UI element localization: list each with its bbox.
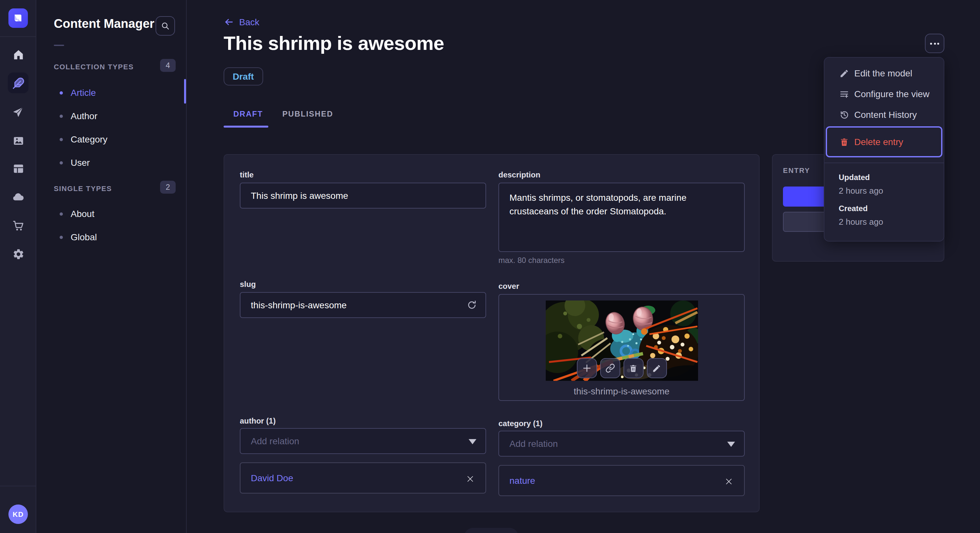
add-media-button[interactable] — [576, 358, 597, 378]
category-relation-item: nature — [498, 465, 745, 496]
history-icon — [839, 109, 849, 120]
sidebar-item-content-type-builder[interactable] — [5, 155, 31, 181]
edit-media-button[interactable] — [646, 358, 667, 378]
gear-icon — [12, 248, 24, 260]
search-icon — [161, 21, 170, 30]
more-actions-button[interactable] — [925, 34, 944, 53]
regenerate-slug-button[interactable] — [465, 298, 478, 311]
category-relation-link[interactable]: nature — [509, 475, 535, 486]
menu-divider — [824, 163, 944, 163]
dots-icon — [930, 43, 932, 44]
subnav-item-label: Author — [71, 111, 97, 121]
menu-item-content-history[interactable]: Content History — [824, 104, 944, 125]
sidebar-item-settings[interactable] — [5, 241, 31, 267]
delete-entry-focus-ring: Delete entry — [826, 126, 942, 157]
feather-icon — [12, 77, 24, 89]
menu-item-label: Configure the view — [854, 89, 929, 99]
chevron-down-icon — [727, 442, 735, 447]
cloud-icon — [12, 190, 25, 203]
copy-link-button[interactable] — [600, 358, 620, 378]
menu-item-label: Content History — [854, 109, 917, 120]
media-library-icon — [12, 134, 24, 147]
subnav-title: Content Manager — [54, 17, 154, 31]
remove-author-relation-button[interactable] — [462, 471, 478, 486]
category-combobox-placeholder: Add relation — [509, 438, 558, 449]
subnav-item-category[interactable]: Category — [49, 128, 181, 151]
cover-field-label: cover — [498, 282, 745, 291]
subnav-item-label: User — [71, 157, 90, 168]
section-label-collection-types: COLLECTION TYPES — [54, 63, 134, 71]
paper-plane-icon — [12, 106, 24, 118]
subnav-item-article[interactable]: Article — [49, 81, 181, 104]
tab-draft[interactable]: DRAFT — [224, 104, 272, 124]
strapi-logo[interactable] — [8, 8, 28, 28]
menu-item-delete-entry[interactable]: Delete entry — [827, 132, 941, 152]
bullet-icon — [60, 91, 63, 94]
description-helper-text: max. 80 characters — [498, 256, 745, 265]
subnav-item-author[interactable]: Author — [49, 104, 181, 128]
subnav-item-label: Article — [71, 87, 96, 98]
app-root: KD Content Manager COLLECTION TYPES 4 Ar… — [0, 0, 980, 533]
back-arrow-icon — [224, 17, 234, 27]
created-label: Created — [839, 204, 883, 213]
created-value: 2 hours ago — [839, 217, 883, 227]
author-relation-combobox[interactable]: Add relation — [240, 428, 486, 454]
rail-footer-divider — [0, 486, 36, 486]
updated-value: 2 hours ago — [839, 186, 883, 195]
subnav-scrollbar[interactable] — [184, 79, 186, 104]
refresh-icon — [467, 300, 477, 310]
back-button[interactable]: Back — [224, 17, 259, 27]
trash-icon — [839, 136, 849, 147]
delete-media-button[interactable] — [623, 358, 643, 378]
section-label-single-types: SINGLE TYPES — [54, 185, 112, 192]
close-icon — [724, 477, 733, 485]
strapi-logo-icon — [11, 11, 25, 25]
rail-divider — [0, 36, 36, 37]
content-manager-subnav: Content Manager COLLECTION TYPES 4 Artic… — [36, 0, 187, 533]
menu-item-configure-view[interactable]: Configure the view — [824, 84, 944, 104]
menu-item-edit-model[interactable]: Edit the model — [824, 63, 944, 84]
menu-item-label: Edit the model — [854, 68, 912, 78]
user-avatar[interactable]: KD — [8, 504, 28, 524]
collapsed-element-top[interactable] — [464, 528, 519, 533]
title-field-label: title — [240, 170, 486, 179]
pencil-icon — [652, 364, 661, 373]
form-column-left: title slug author (1) Add relation — [240, 170, 486, 496]
page-title: This shrimp is awesome — [224, 32, 444, 54]
subnav-item-global[interactable]: Global — [49, 225, 181, 249]
sidebar-item-cloud[interactable] — [5, 184, 31, 210]
subnav-item-label: Category — [71, 134, 108, 144]
version-tabs: DRAFT PUBLISHED — [224, 104, 343, 124]
more-actions-menu: Edit the model Configure the view Conten… — [824, 57, 944, 241]
cover-caption: this-shrimp-is-awesome — [499, 386, 744, 397]
tab-published[interactable]: PUBLISHED — [272, 104, 343, 124]
bullet-icon — [60, 212, 63, 215]
subnav-item-user[interactable]: User — [49, 151, 181, 174]
status-badge: Draft — [224, 67, 263, 86]
sidebar-item-home[interactable] — [5, 41, 31, 67]
sidebar-item-deploy[interactable] — [5, 99, 31, 125]
author-relation-link[interactable]: David Doe — [251, 473, 293, 483]
sidebar-item-content-manager[interactable] — [8, 73, 29, 93]
subnav-item-about[interactable]: About — [49, 202, 181, 225]
category-relation-combobox[interactable]: Add relation — [498, 431, 745, 457]
bullet-icon — [60, 138, 63, 141]
sidebar-item-media-library[interactable] — [5, 128, 31, 154]
chevron-down-icon — [469, 439, 476, 444]
title-input[interactable] — [240, 182, 486, 209]
author-combobox-placeholder: Add relation — [251, 436, 299, 446]
remove-category-relation-button[interactable] — [721, 473, 736, 489]
sidebar-item-marketplace[interactable] — [5, 213, 31, 238]
trash-icon — [629, 364, 638, 373]
search-button[interactable] — [156, 16, 175, 36]
avatar-initials: KD — [13, 510, 24, 518]
pencil-icon — [839, 68, 849, 78]
slug-input[interactable] — [240, 292, 486, 318]
category-field-label: category (1) — [498, 419, 745, 428]
form-column-right: description Mantis shrimps, or stomatopo… — [498, 170, 745, 496]
single-types-count-badge: 2 — [160, 181, 176, 194]
description-textarea[interactable]: Mantis shrimps, or stomatopods, are mari… — [498, 182, 745, 252]
slug-field-label: slug — [240, 280, 486, 289]
configure-view-icon — [839, 89, 849, 99]
menu-meta: Updated 2 hours ago Created 2 hours ago — [839, 173, 883, 227]
